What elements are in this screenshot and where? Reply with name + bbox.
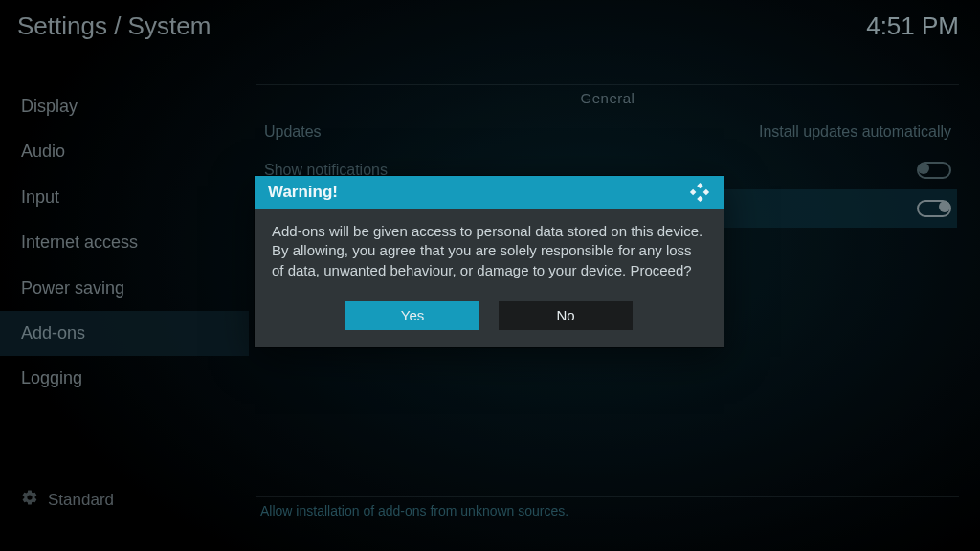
app-root: Settings / System 4:51 PM Display Audio … — [0, 0, 980, 551]
dialog-titlebar: Warning! — [255, 176, 724, 209]
svg-rect-1 — [697, 196, 702, 202]
dialog-buttons: Yes No — [255, 298, 724, 347]
svg-rect-2 — [690, 189, 696, 195]
dialog-title: Warning! — [268, 183, 338, 202]
dialog-body: Add-ons will be given access to personal… — [255, 209, 724, 298]
yes-button[interactable]: Yes — [345, 301, 479, 330]
svg-rect-3 — [703, 189, 709, 195]
warning-dialog: Warning! Add-ons will be given access to… — [255, 176, 724, 347]
no-button[interactable]: No — [499, 301, 633, 330]
kodi-logo-icon — [689, 182, 710, 203]
svg-rect-0 — [697, 183, 702, 188]
